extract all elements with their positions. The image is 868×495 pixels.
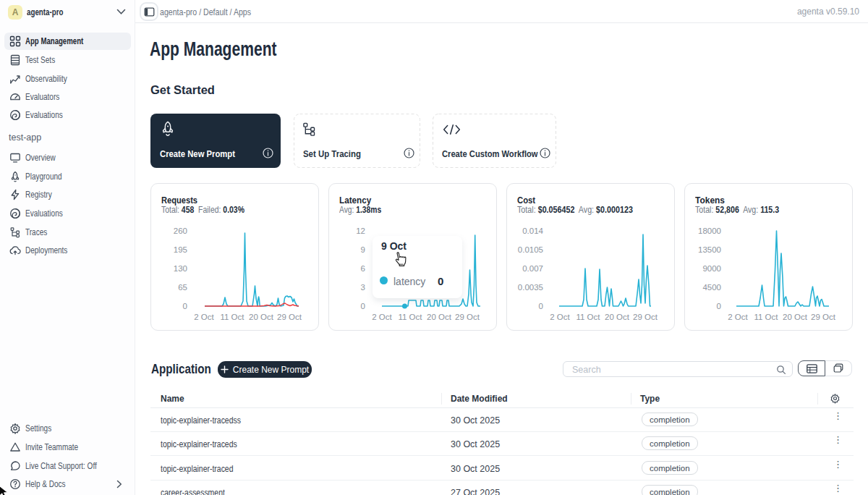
svg-text:0: 0 (361, 302, 365, 310)
svg-text:11 Oct: 11 Oct (398, 313, 422, 321)
svg-text:29 Oct: 29 Oct (277, 313, 302, 321)
svg-text:2 Oct: 2 Oct (728, 313, 748, 321)
svg-text:20 Oct: 20 Oct (605, 313, 630, 321)
svg-text:20 Oct: 20 Oct (427, 313, 452, 321)
svg-text:130: 130 (174, 264, 187, 273)
svg-text:12: 12 (356, 227, 365, 235)
svg-text:260: 260 (174, 227, 187, 235)
svg-text:13500: 13500 (698, 245, 721, 254)
svg-text:20 Oct: 20 Oct (783, 313, 808, 321)
svg-text:0: 0 (539, 302, 543, 310)
svg-text:29 Oct: 29 Oct (811, 313, 836, 321)
svg-text:4500: 4500 (702, 283, 721, 292)
svg-text:11 Oct: 11 Oct (576, 313, 600, 321)
svg-text:9: 9 (361, 245, 365, 254)
svg-text:0.014: 0.014 (522, 227, 543, 235)
svg-text:0.0105: 0.0105 (518, 245, 543, 254)
svg-text:0.007: 0.007 (522, 264, 543, 273)
svg-text:0: 0 (717, 302, 721, 310)
svg-text:9000: 9000 (702, 264, 721, 273)
svg-text:20 Oct: 20 Oct (249, 313, 274, 321)
svg-text:65: 65 (178, 283, 187, 292)
svg-text:2 Oct: 2 Oct (194, 313, 214, 321)
svg-text:195: 195 (174, 245, 187, 254)
svg-text:0.0035: 0.0035 (518, 283, 543, 292)
svg-text:0: 0 (183, 302, 187, 310)
svg-text:3: 3 (361, 283, 365, 292)
svg-text:11 Oct: 11 Oct (220, 313, 244, 321)
svg-text:11 Oct: 11 Oct (754, 313, 778, 321)
svg-text:29 Oct: 29 Oct (455, 313, 480, 321)
svg-text:6: 6 (361, 264, 365, 273)
svg-text:2 Oct: 2 Oct (550, 313, 570, 321)
svg-text:18000: 18000 (698, 227, 721, 235)
svg-text:2 Oct: 2 Oct (372, 313, 392, 321)
svg-text:29 Oct: 29 Oct (633, 313, 658, 321)
